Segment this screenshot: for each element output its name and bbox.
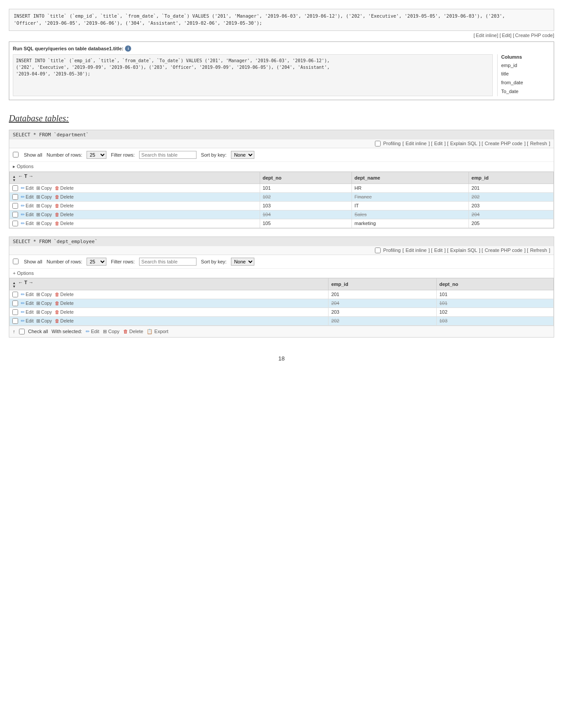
copy-action[interactable]: ⊞ Copy — [36, 212, 52, 217]
show-all-checkbox-2[interactable] — [13, 259, 19, 264]
copy-action[interactable]: ⊞ Copy — [36, 318, 52, 323]
copy-icon: ⊞ — [36, 318, 40, 323]
row-checkbox[interactable] — [12, 309, 18, 315]
copy-action[interactable]: ⊞ Copy — [36, 203, 52, 208]
toolbar2-edit[interactable]: Edit — [434, 248, 442, 253]
emp-id-cell-2: 203 — [329, 308, 437, 316]
emp-id-cell: 205 — [469, 219, 553, 228]
emp-id-cell: 203 — [469, 201, 553, 210]
footer-row: ↑ Check all With selected: ✏ Edit ⊞ Copy… — [9, 326, 554, 337]
row-checkbox[interactable] — [12, 300, 18, 306]
dept-employee-sql: SELECT * FROM `dept_employee` — [9, 237, 554, 246]
create-php-link[interactable]: Create PHP code — [515, 33, 553, 38]
delete-icon: 🗑 — [55, 203, 60, 208]
delete-action[interactable]: 🗑 Delete — [55, 194, 74, 199]
edit-action[interactable]: ✏ Edit — [21, 203, 34, 208]
copy-action[interactable]: ⊞ Copy — [36, 221, 52, 226]
profiling-checkbox-2[interactable] — [375, 248, 381, 253]
dept-employee-data-table: ▲▼ ← T → emp_id dept_no ✏ Edit — [9, 278, 554, 326]
row-checkbox[interactable] — [12, 185, 18, 191]
toolbar-explain-sql[interactable]: Explain SQL — [450, 141, 477, 146]
edit-action[interactable]: ✏ Edit — [21, 221, 34, 226]
edit-links-bar: [Edit inline] [Edit] [Create PHP code] — [9, 33, 554, 38]
check-all-checkbox[interactable] — [19, 329, 25, 334]
footer-edit-link[interactable]: ✏ Edit — [86, 329, 99, 334]
row-actions-cell: ✏ Edit ⊞ Copy 🗑 Delete — [10, 316, 329, 325]
delete-action[interactable]: 🗑 Delete — [55, 318, 74, 323]
profiling-checkbox[interactable] — [375, 141, 381, 146]
toolbar2-edit-inline[interactable]: Edit inline — [405, 248, 427, 253]
sql-insert-block: INSERT INTO `title` (`emp_id`, `title`, … — [9, 9, 554, 38]
show-all-checkbox[interactable] — [13, 152, 19, 158]
sql-textarea[interactable]: INSERT INTO `title` (`emp_id`, `title`, … — [13, 54, 493, 96]
row-checkbox[interactable] — [12, 212, 18, 218]
delete-action[interactable]: 🗑 Delete — [55, 212, 74, 217]
row-actions-cell: ✏ Edit ⊞ Copy 🗑 Delete — [10, 210, 260, 219]
profiling-label-2: Profiling — [383, 248, 401, 253]
delete-action[interactable]: 🗑 Delete — [55, 300, 74, 306]
department-data-table: ▲▼ ← T → dept_no dept_name emp_id ✏ Edit — [9, 172, 554, 228]
pencil-icon: ✏ — [21, 185, 25, 191]
delete-action[interactable]: 🗑 Delete — [55, 203, 74, 208]
copy-action[interactable]: ⊞ Copy — [36, 194, 52, 199]
row-actions-cell: ✏ Edit ⊞ Copy 🗑 Delete — [10, 192, 260, 201]
copy-action[interactable]: ⊞ Copy — [36, 309, 52, 315]
filter-rows-input[interactable] — [139, 151, 196, 159]
col-header-dept-no-2: dept_no — [436, 278, 553, 290]
row-checkbox[interactable] — [12, 318, 18, 324]
delete-action[interactable]: 🗑 Delete — [55, 292, 74, 297]
edit-inline-link[interactable]: Edit inline — [476, 33, 497, 38]
toolbar-create-php[interactable]: Create PHP code — [485, 141, 522, 146]
dept-name-cell: Sales — [351, 210, 469, 219]
copy-action[interactable]: ⊞ Copy — [36, 185, 52, 191]
dept-employee-options[interactable]: + Options — [9, 269, 554, 278]
toolbar2-create-php[interactable]: Create PHP code — [485, 248, 522, 253]
delete-icon: 🗑 — [55, 309, 60, 315]
copy-icon: ⊞ — [36, 203, 40, 208]
delete-action[interactable]: 🗑 Delete — [55, 185, 74, 191]
row-checkbox[interactable] — [12, 203, 18, 209]
edit-action[interactable]: ✏ Edit — [21, 309, 34, 315]
emp-id-cell-2: 202 — [329, 316, 437, 325]
dept-employee-controls: Show all Number of rows: 25 50 100 Filte… — [9, 255, 554, 269]
row-actions-cell: ✏ Edit ⊞ Copy 🗑 Delete — [10, 308, 329, 316]
pencil-icon: ✏ — [21, 309, 25, 315]
edit-action[interactable]: ✏ Edit — [21, 185, 34, 191]
filter-rows-input-2[interactable] — [139, 258, 196, 266]
sort-by-key-select-2[interactable]: None — [231, 258, 254, 266]
toolbar-refresh[interactable]: Refresh — [530, 141, 547, 146]
num-rows-select[interactable]: 25 50 100 — [87, 151, 106, 159]
delete-action[interactable]: 🗑 Delete — [55, 309, 74, 315]
edit-action[interactable]: ✏ Edit — [21, 212, 34, 217]
num-rows-select-2[interactable]: 25 50 100 — [87, 258, 106, 266]
toolbar2-explain-sql[interactable]: Explain SQL — [450, 248, 477, 253]
edit-link[interactable]: Edit — [502, 33, 510, 38]
toolbar2-refresh[interactable]: Refresh — [530, 248, 547, 253]
edit-action[interactable]: ✏ Edit — [21, 292, 34, 297]
copy-action[interactable]: ⊞ Copy — [36, 300, 52, 306]
edit-action[interactable]: ✏ Edit — [21, 318, 34, 323]
delete-icon: 🗑 — [55, 185, 60, 191]
footer-export-link[interactable]: 📋 Export — [147, 329, 168, 334]
edit-action[interactable]: ✏ Edit — [21, 194, 34, 199]
edit-action[interactable]: ✏ Edit — [21, 300, 34, 306]
department-options[interactable]: ▸ Options — [9, 162, 554, 172]
table-row: ✏ Edit ⊞ Copy 🗑 Delete 202 1 — [10, 316, 554, 325]
row-checkbox[interactable] — [12, 292, 18, 297]
sort-by-key-label: Sort by key: — [201, 152, 227, 158]
footer-copy-link[interactable]: ⊞ Copy — [103, 329, 120, 334]
row-actions-cell: ✏ Edit ⊞ Copy 🗑 Delete — [10, 290, 329, 299]
toolbar-edit[interactable]: Edit — [434, 141, 442, 146]
footer-delete-link[interactable]: 🗑 Delete — [123, 329, 144, 334]
sort-by-key-select[interactable]: None — [231, 151, 254, 159]
copy-action[interactable]: ⊞ Copy — [36, 292, 52, 297]
row-actions-cell: ✏ Edit ⊞ Copy 🗑 Delete — [10, 219, 260, 228]
delete-action[interactable]: 🗑 Delete — [55, 221, 74, 226]
dept-no-cell-2: 102 — [436, 308, 553, 316]
table-row: ✏ Edit ⊞ Copy 🗑 Delete 105 m — [10, 219, 554, 228]
delete-icon: 🗑 — [55, 221, 60, 226]
toolbar-edit-inline[interactable]: Edit inline — [405, 141, 427, 146]
num-rows-label-2: Number of rows: — [47, 259, 83, 264]
row-checkbox[interactable] — [12, 221, 18, 226]
row-checkbox[interactable] — [12, 194, 18, 200]
